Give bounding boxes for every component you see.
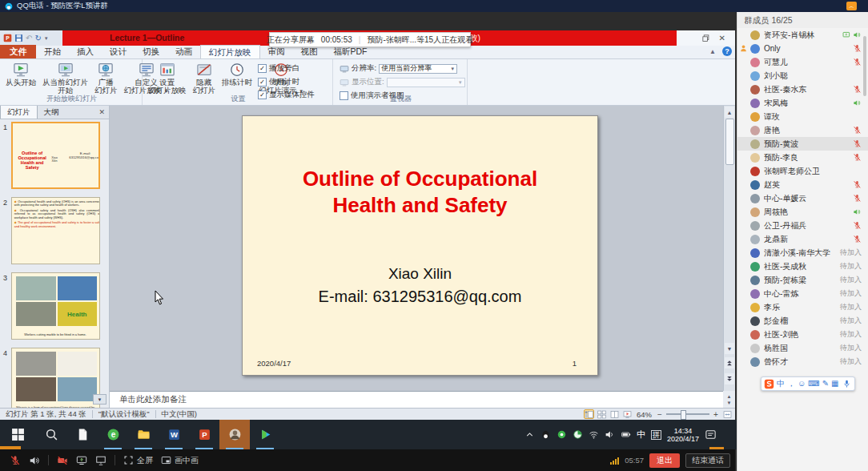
previous-slide-icon[interactable] (725, 357, 734, 368)
ribbon-button-从头开始[interactable]: 从头开始 (3, 61, 38, 87)
member-row[interactable]: 宋凤梅 (737, 96, 868, 110)
ribbon-tab-设计[interactable]: 设计 (102, 45, 135, 58)
tab-outline[interactable]: 大纲 (38, 106, 66, 119)
browser-icon[interactable]: e (98, 420, 128, 449)
panel-splitter-icon[interactable]: ▼ (93, 394, 106, 405)
scrollbar-thumb[interactable] (725, 119, 734, 165)
pie-tray-icon[interactable] (573, 429, 583, 440)
ribbon-tab-动画[interactable]: 动画 (167, 45, 200, 58)
ribbon-button-隐藏幻灯片[interactable]: 隐藏幻灯片 (191, 61, 219, 96)
powerpoint-icon[interactable]: P (189, 420, 219, 449)
member-row[interactable]: Only (737, 42, 868, 55)
checkbox-使用计时[interactable]: ✓使用计时 (258, 77, 315, 87)
fullscreen-label[interactable]: 全屏 (137, 455, 153, 466)
member-row[interactable]: 周筱艳 (737, 205, 868, 219)
scroll-up-icon[interactable]: ▲ (725, 107, 734, 118)
fullscreen-icon[interactable] (123, 455, 134, 465)
restore-window-icon[interactable] (702, 34, 709, 42)
sogou-mic-icon[interactable] (842, 379, 852, 389)
member-row[interactable]: 曾怀才待加入 (737, 355, 868, 368)
zoom-slider-thumb[interactable] (681, 410, 686, 420)
ribbon-tab-幻灯片放映[interactable]: 幻灯片放映 (200, 45, 260, 58)
slide-canvas[interactable]: Outline of Occupational Health and Safet… (110, 106, 723, 391)
vertical-scrollbar[interactable]: ▲ ▼ (723, 106, 735, 391)
save-icon[interactable] (14, 34, 23, 42)
zoom-slider[interactable] (666, 413, 709, 415)
volume-icon[interactable] (605, 429, 615, 440)
notepad-icon[interactable] (67, 420, 98, 449)
member-row[interactable]: 公卫-丹福兵 (737, 219, 868, 232)
share-screen-icon[interactable] (76, 455, 87, 466)
mic-muted-icon[interactable] (10, 455, 21, 466)
close-window-icon[interactable]: ✕ (719, 34, 725, 42)
dropdown-arrow-icon[interactable]: ▼ (450, 66, 455, 71)
member-row[interactable]: 资环安-肖锡林 (737, 28, 868, 42)
view-normal-icon[interactable] (584, 409, 594, 419)
undo-icon[interactable]: ↶ (26, 34, 32, 42)
dropdown-显示位置:[interactable]: ▼ (387, 78, 465, 87)
member-row[interactable]: 赵英 (737, 178, 868, 191)
slide-thumbnail-3[interactable]: HealthWorkers cutting marble to be fitte… (11, 272, 100, 340)
sogou-ime-toolbar[interactable]: 中，☺⌨✎▦ (761, 376, 855, 391)
member-row[interactable]: 龙鼎新 (737, 232, 868, 246)
member-row[interactable]: 唐艳 (737, 123, 868, 137)
view-reading-icon[interactable] (609, 409, 620, 419)
file-explorer-icon[interactable] (128, 420, 159, 449)
wifi-icon[interactable] (589, 429, 599, 440)
sogou-glyph[interactable]: ， (787, 380, 795, 388)
sogou-glyph[interactable]: ✎ (822, 380, 829, 388)
close-panel-icon[interactable]: ✕ (98, 108, 105, 116)
tab-slides[interactable]: 幻灯片 (0, 106, 38, 119)
ribbon-button-广播幻灯片[interactable]: 广播幻灯片 (92, 61, 120, 96)
battery-icon[interactable] (621, 429, 631, 440)
member-row[interactable]: 社医-吴成秋待加入 (737, 260, 868, 273)
member-row[interactable]: 可慧儿 (737, 55, 868, 69)
ribbon-tab-开始[interactable]: 开始 (36, 45, 69, 58)
sogou-glyph[interactable]: ☺ (798, 380, 806, 388)
fit-to-window-icon[interactable] (722, 409, 733, 419)
scroll-down-icon[interactable]: ▼ (725, 343, 734, 354)
ribbon-tab-切换[interactable]: 切换 (135, 45, 167, 58)
member-row[interactable]: 社医-秦水东 (737, 83, 868, 96)
member-row[interactable]: 李乐待加入 (737, 300, 868, 314)
notes-area[interactable]: 单击此处添加备注 (110, 391, 723, 408)
notes-scrollbar[interactable]: ▲▼ (723, 391, 735, 408)
screen-share-banner[interactable]: 正在分享屏幕 00:05:53 | 预防-张朝晖...等15人正在观看 (269, 32, 471, 47)
ribbon-tab-文件[interactable]: 文件 (0, 45, 36, 58)
qq-call-icon[interactable] (219, 420, 250, 449)
word-icon[interactable]: W (159, 420, 189, 449)
qq-tray-icon[interactable] (540, 429, 551, 440)
qq-panel-toggle-icon[interactable]: ︿ (846, 2, 857, 10)
slide-thumbnail-4[interactable]: Silicosis is a form of occupational lung… (11, 348, 100, 408)
zoom-in-icon[interactable]: + (712, 410, 720, 419)
sogou-glyph[interactable]: ⌨ (808, 380, 819, 388)
sidebar-scrollbar[interactable] (863, 36, 866, 96)
checkbox-box[interactable]: ✓ (258, 64, 267, 73)
ime-indicator[interactable]: 中 (637, 429, 645, 441)
tray-chevron-icon[interactable] (524, 429, 535, 440)
end-call-button[interactable]: 结束通话 (685, 453, 730, 468)
pip-label[interactable]: 画中画 (175, 455, 199, 466)
qat-dropdown-icon[interactable]: ▼ (44, 36, 49, 41)
action-center-icon[interactable] (705, 429, 717, 441)
redo-icon[interactable]: ↻ (34, 34, 41, 42)
sogou-logo-icon[interactable] (764, 379, 774, 389)
pinyin-indicator[interactable]: 拼 (651, 430, 661, 440)
sogou-glyph[interactable]: ▦ (831, 380, 838, 388)
dropdown-arrow-icon[interactable]: ▼ (458, 80, 463, 85)
language-indicator[interactable]: 中文(中国) (156, 409, 203, 420)
member-row[interactable]: 中心-雷炼待加入 (737, 287, 868, 300)
member-row[interactable]: 刘小聪 (737, 69, 868, 83)
zoom-out-icon[interactable]: − (656, 410, 664, 419)
member-row[interactable]: 谭玫 (737, 110, 868, 123)
360-tray-icon[interactable] (557, 429, 567, 440)
view-sorter-icon[interactable] (597, 409, 607, 419)
view-slideshow-icon[interactable] (622, 409, 633, 419)
search-button[interactable] (35, 420, 67, 449)
member-row[interactable]: 预防-李良 (737, 151, 868, 164)
start-button[interactable] (0, 420, 35, 449)
whiteboard-icon[interactable] (95, 455, 106, 466)
speaker-icon[interactable] (29, 455, 40, 466)
exit-button[interactable]: 退出 (649, 453, 680, 468)
ribbon-button-设置幻灯片放映[interactable]: 设置幻灯片放映 (146, 61, 189, 96)
